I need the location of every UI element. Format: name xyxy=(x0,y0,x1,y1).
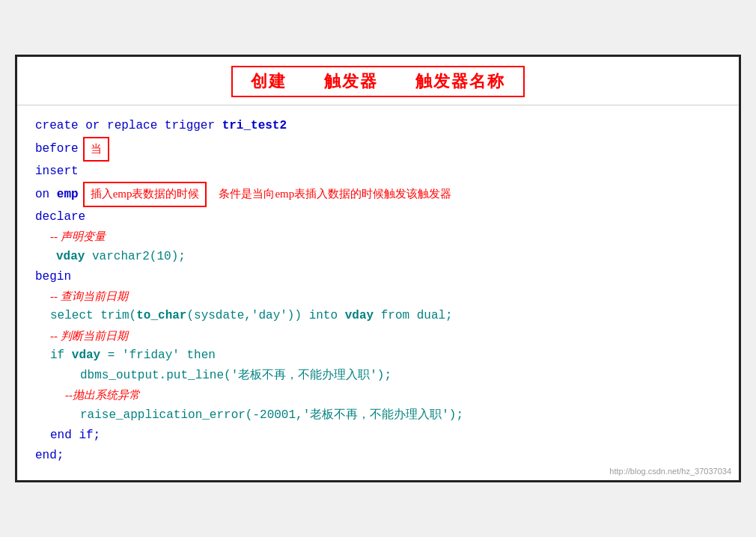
comment-query-date: -- 查询当前日期 xyxy=(50,287,128,307)
code-vday-if: vday xyxy=(72,346,100,366)
header-create: 创建 xyxy=(251,70,287,93)
code-raise: raise_application_error(-20001,'老板不再，不能办… xyxy=(80,405,463,426)
code-from-dual: from dual; xyxy=(374,306,453,326)
comment-declare-var: -- 声明变量 xyxy=(50,227,106,247)
code-line-3: insert xyxy=(35,162,721,182)
code-to-char: to_char xyxy=(136,306,186,326)
code-trigger-name: tri_test2 xyxy=(222,116,287,136)
code-line-16: end if; xyxy=(35,426,721,446)
code-dbms: dbms_output.put_line('老板不再，不能办理入职'); xyxy=(80,366,391,386)
main-container: 创建 触发器 触发器名称 create or replace trigger t… xyxy=(15,55,741,482)
annotation-when: 当 xyxy=(83,137,109,162)
code-area: create or replace trigger tri_test2 befo… xyxy=(17,105,739,479)
code-declare: declare xyxy=(35,207,85,227)
code-line-15: raise_application_error(-20001,'老板不再，不能办… xyxy=(35,405,721,426)
code-vday-into: vday xyxy=(345,306,374,326)
code-create: create xyxy=(35,116,85,136)
code-line-9: -- 查询当前日期 xyxy=(35,287,721,307)
code-emp: emp xyxy=(57,185,79,205)
code-vday-type: varchar2(10); xyxy=(85,247,185,267)
code-select: select trim( xyxy=(50,306,136,326)
code-line-12: if vday = 'friday' then xyxy=(35,346,721,366)
code-sysdate: (sysdate,'day')) into xyxy=(186,306,344,326)
code-friday: = 'friday' then xyxy=(100,346,216,366)
code-line-8: begin xyxy=(35,267,721,287)
code-end-if: end if; xyxy=(50,426,100,446)
code-line-2: before 当 xyxy=(35,137,721,162)
code-line-13: dbms_output.put_line('老板不再，不能办理入职'); xyxy=(35,366,721,386)
header-area: 创建 触发器 触发器名称 xyxy=(17,57,739,105)
code-line-7: vday varchar2(10); xyxy=(35,247,721,267)
code-before: before xyxy=(35,139,79,159)
watermark: http://blog.csdn.net/hz_37037034 xyxy=(609,467,731,476)
code-line-4: on emp 插入emp表数据的时候 条件是当向emp表插入数据的时候触发该触发… xyxy=(35,182,721,207)
code-line-14: --抛出系统异常 xyxy=(35,386,721,405)
header-trigger: 触发器 xyxy=(324,70,378,93)
header-trigger-name: 触发器名称 xyxy=(415,70,505,93)
code-line-10: select trim( to_char (sysdate,'day')) in… xyxy=(35,306,721,326)
code-line-1: create or replace trigger tri_test2 xyxy=(35,116,721,136)
annotation-condition: 条件是当向emp表插入数据的时候触发该触发器 xyxy=(219,185,451,204)
code-line-17: end; xyxy=(35,446,721,466)
code-insert: insert xyxy=(35,162,79,182)
code-line-11: -- 判断当前日期 xyxy=(35,327,721,346)
comment-judge-date: -- 判断当前日期 xyxy=(50,327,128,346)
code-on: on xyxy=(35,185,57,205)
annotation-insert-emp: 插入emp表数据的时候 xyxy=(83,182,207,207)
code-vday-decl: vday xyxy=(56,247,85,267)
code-line-5: declare xyxy=(35,207,721,227)
code-trigger-kw: trigger xyxy=(165,116,222,136)
code-line-6: -- 声明变量 xyxy=(35,227,721,247)
comment-throw-exception: --抛出系统异常 xyxy=(65,386,140,405)
code-or: or xyxy=(85,116,107,136)
code-if: if xyxy=(50,346,72,366)
code-begin: begin xyxy=(35,267,71,287)
code-end: end; xyxy=(35,446,64,466)
code-replace: replace xyxy=(107,116,165,136)
header-box: 创建 触发器 触发器名称 xyxy=(231,66,525,97)
